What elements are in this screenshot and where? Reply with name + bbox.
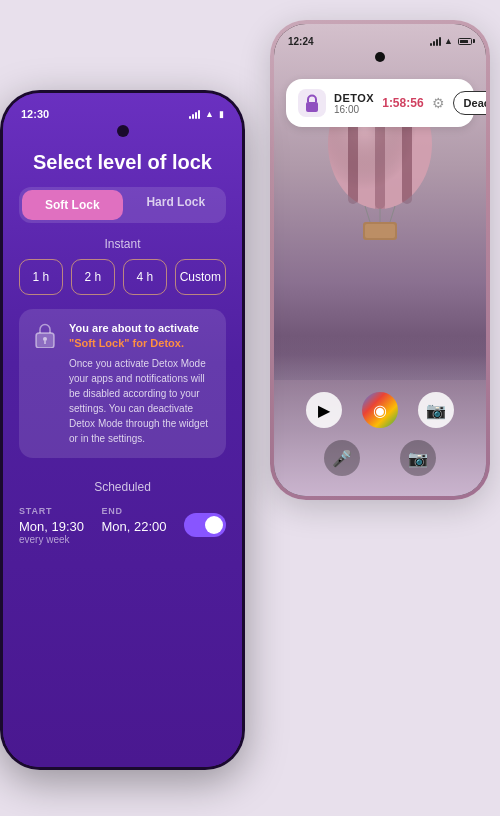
info-description: Once you activate Detox Mode your apps a… xyxy=(69,356,214,446)
dock-icon-mic[interactable]: 🎤 xyxy=(324,440,360,476)
start-sub: every week xyxy=(19,534,102,545)
dock-row-2: 🎤 📷 xyxy=(274,440,486,476)
dock-icon-play[interactable]: ▶ xyxy=(306,392,342,428)
front-phone-status-bar: 12:30 ▲ ▮ xyxy=(3,93,242,125)
back-phone-status-icons: ▲ xyxy=(430,36,472,46)
time-option-4h[interactable]: 4 h xyxy=(123,259,167,295)
phone-content: 12:30 ▲ ▮ Select level xyxy=(3,93,242,767)
dock-row-1: ▶ ◉ 📷 xyxy=(274,392,486,428)
schedule-row: START Mon, 19:30 every week END Mon, 22:… xyxy=(19,506,226,545)
battery-icon: ▮ xyxy=(219,109,224,119)
scheduled-section: Scheduled START Mon, 19:30 every week EN… xyxy=(3,472,242,561)
svg-point-16 xyxy=(43,337,47,341)
wifi-icon: ▲ xyxy=(444,36,453,46)
scene: 12:24 ▲ xyxy=(0,0,500,816)
back-phone-camera xyxy=(375,52,385,62)
phone-back: 12:24 ▲ xyxy=(270,20,490,500)
back-phone-time: 12:24 xyxy=(288,36,314,47)
phone-front: 12:30 ▲ ▮ Select level xyxy=(0,90,245,770)
info-text: You are about to activate "Soft Lock" fo… xyxy=(69,321,214,446)
svg-rect-13 xyxy=(365,224,395,238)
svg-line-9 xyxy=(365,206,370,222)
schedule-start: START Mon, 19:30 every week xyxy=(19,506,102,545)
info-title-prefix: You are about to activate xyxy=(69,322,199,334)
signal-icon xyxy=(189,110,200,119)
end-label: END xyxy=(102,506,185,516)
signal-icon xyxy=(430,37,441,46)
detox-info: DETOX 16:00 xyxy=(334,92,374,115)
time-option-custom[interactable]: Custom xyxy=(175,259,226,295)
info-lock-icon xyxy=(31,321,59,349)
front-phone-camera xyxy=(117,125,129,137)
svg-rect-14 xyxy=(306,102,318,112)
detox-widget: DETOX 16:00 1:58:56 ⚙ Deactivate xyxy=(286,79,474,127)
scheduled-label: Scheduled xyxy=(19,480,226,494)
lock-level-title: Select level of lock xyxy=(3,141,242,187)
instant-section-label: Instant xyxy=(3,237,242,251)
dock-icon-chrome[interactable]: ◉ xyxy=(362,392,398,428)
end-value: Mon, 22:00 xyxy=(102,519,185,534)
svg-line-10 xyxy=(390,206,395,222)
info-box: You are about to activate "Soft Lock" fo… xyxy=(19,309,226,458)
start-value: Mon, 19:30 xyxy=(19,519,102,534)
start-label: START xyxy=(19,506,102,516)
deactivate-button[interactable]: Deactivate xyxy=(453,91,486,115)
lock-type-toggle: Soft Lock Hard Lock xyxy=(19,187,226,223)
detox-label: DETOX xyxy=(334,92,374,104)
time-option-2h[interactable]: 2 h xyxy=(71,259,115,295)
tab-hard-lock[interactable]: Hard Lock xyxy=(126,187,227,223)
time-options: 1 h 2 h 4 h Custom xyxy=(19,259,226,295)
back-phone-status-bar: 12:24 ▲ xyxy=(274,24,486,52)
battery-icon xyxy=(458,38,472,45)
schedule-toggle[interactable] xyxy=(184,513,226,537)
time-option-1h[interactable]: 1 h xyxy=(19,259,63,295)
detox-timer: 1:58:56 xyxy=(382,96,423,110)
dock-icon-camera[interactable]: 📷 xyxy=(418,392,454,428)
back-phone-dock: ▶ ◉ 📷 🎤 📷 xyxy=(274,380,486,496)
front-phone-time: 12:30 xyxy=(21,108,49,120)
tab-soft-lock[interactable]: Soft Lock xyxy=(22,190,123,220)
detox-sublabel: 16:00 xyxy=(334,104,374,115)
gear-icon[interactable]: ⚙ xyxy=(432,95,445,111)
wifi-icon: ▲ xyxy=(205,109,214,119)
front-phone-status-icons: ▲ ▮ xyxy=(189,109,224,119)
dock-icon-camera2[interactable]: 📷 xyxy=(400,440,436,476)
schedule-end: END Mon, 22:00 xyxy=(102,506,185,534)
detox-lock-icon xyxy=(298,89,326,117)
info-title: You are about to activate "Soft Lock" fo… xyxy=(69,321,214,352)
info-title-highlight: "Soft Lock" for Detox. xyxy=(69,337,184,349)
